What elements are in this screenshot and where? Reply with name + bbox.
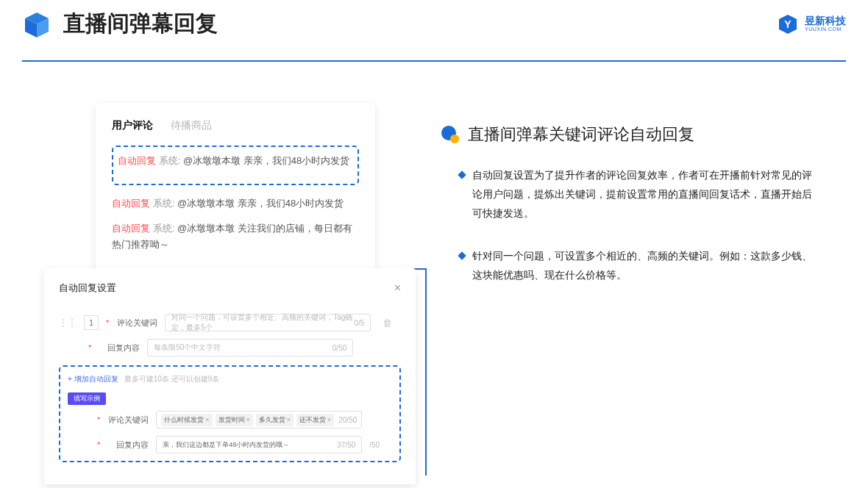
tabs: 用户评论 待播商品 [112, 119, 359, 132]
brand-name-en: YUUXIN.COM [805, 26, 846, 32]
required-star: * [88, 343, 91, 352]
delete-icon[interactable]: 🗑 [383, 317, 392, 329]
modal-title: 自动回复设置 [59, 281, 116, 295]
example-row-keyword: * 评论关键词 什么时候发货× 发货时间× 多久发货× 还不发货× 20/50 [68, 411, 392, 428]
page-title: 直播间弹幕回复 [63, 9, 218, 39]
outer-counter: /50 [369, 441, 380, 449]
brand-name-cn: 昱新科技 [805, 15, 846, 26]
system-label: 系统: [153, 198, 175, 209]
header-divider [22, 60, 846, 62]
example-content-text: 亲，我们这边都是下单48小时内发货的哦～ [163, 440, 289, 450]
cube-icon [22, 10, 51, 39]
bullet-item: 针对同一个问题，可设置多个相近的、高频的关键词。例如：这款多少钱、这块能优惠吗、… [472, 247, 839, 285]
highlighted-reply-box: 自动回复 系统: @冰墩墩本墩 亲亲，我们48小时内发货 [112, 146, 359, 185]
tag-item: 多久发货× [256, 414, 294, 426]
section-title: 直播间弹幕关键词评论自动回复 [468, 123, 694, 146]
brand-logo: Y 昱新科技 YUUXIN.COM [777, 13, 846, 35]
description-area: 直播间弹幕关键词评论自动回复 自动回复设置为了提升作者的评论回复效率，作者可在开… [441, 123, 839, 308]
reply-text: @冰墩墩本墩 亲亲，我们48小时内发货 [177, 198, 344, 209]
index-box: 1 [84, 315, 99, 330]
comments-card: 用户评论 待播商品 自动回复 系统: @冰墩墩本墩 亲亲，我们48小时内发货 自… [96, 103, 375, 280]
form-row-keyword: ⋮⋮ 1 * 评论关键词 对同一个问题，可设置多个相近、高频的关键词，Tag确定… [59, 314, 401, 331]
form-row-content: * 回复内容 每条限50个中文字符 0/50 [59, 339, 401, 356]
mock-area: 用户评论 待播商品 自动回复 系统: @冰墩墩本墩 亲亲，我们48小时内发货 自… [44, 103, 427, 463]
add-hint: 最多可建10条 还可以创建9条 [124, 374, 219, 384]
header-left: 直播间弹幕回复 [22, 9, 218, 39]
auto-reply-badge: 自动回复 [112, 223, 150, 234]
add-auto-reply-link[interactable]: + 增加自动回复 [68, 374, 118, 384]
reply-text: @冰墩墩本墩 亲亲，我们48小时内发货 [183, 155, 349, 166]
drag-handle-icon[interactable]: ⋮⋮ [59, 317, 77, 328]
modal-header: 自动回复设置 × [59, 281, 401, 295]
svg-text:Y: Y [784, 18, 791, 30]
reply-line-1: 自动回复 系统: @冰墩墩本墩 亲亲，我们48小时内发货 [118, 153, 353, 169]
settings-modal: 自动回复设置 × ⋮⋮ 1 * 评论关键词 对同一个问题，可设置多个相近、高频的… [44, 268, 416, 484]
reply-line-3: 自动回复 系统: @冰墩墩本墩 关注我们的店铺，每日都有热门推荐呦～ [112, 220, 359, 253]
tag-item: 还不发货× [296, 414, 334, 426]
auto-reply-badge: 自动回复 [112, 198, 150, 209]
placeholder: 每条限50个中文字符 [154, 342, 221, 353]
required-star: * [106, 318, 109, 327]
example-keyword-input[interactable]: 什么时候发货× 发货时间× 多久发货× 还不发货× 20/50 [156, 411, 362, 428]
label-keyword: 评论关键词 [116, 317, 157, 329]
section-header: 直播间弹幕关键词评论自动回复 [441, 123, 839, 146]
tag-item: 发货时间× [216, 414, 253, 426]
brand-icon: Y [777, 13, 799, 35]
example-row-content: * 回复内容 亲，我们这边都是下单48小时内发货的哦～ 37/50 /50 [68, 436, 392, 453]
connector-v [425, 270, 427, 476]
close-icon[interactable]: × [394, 281, 401, 295]
required-star: * [97, 440, 100, 449]
bullet-dot-icon [441, 126, 459, 143]
add-row: + 增加自动回复 最多可建10条 还可以创建9条 [68, 374, 392, 384]
label-content: 回复内容 [99, 342, 140, 354]
placeholder: 对同一个问题，可设置多个相近、高频的关键词，Tag确定，最多5个 [171, 312, 354, 333]
content-input[interactable]: 每条限50个中文字符 0/50 [147, 339, 353, 356]
example-content-input[interactable]: 亲，我们这边都是下单48小时内发货的哦～ 37/50 [156, 436, 362, 453]
system-label: 系统: [153, 223, 175, 234]
required-star: * [97, 415, 100, 424]
example-box: + 增加自动回复 最多可建10条 还可以创建9条 填写示例 * 评论关键词 什么… [59, 365, 401, 462]
keyword-input[interactable]: 对同一个问题，可设置多个相近、高频的关键词，Tag确定，最多5个 0/5 [165, 314, 371, 331]
reply-line-2: 自动回复 系统: @冰墩墩本墩 亲亲，我们48小时内发货 [112, 195, 359, 212]
label-keyword: 评论关键词 [107, 415, 149, 426]
counter: 37/50 [337, 441, 355, 449]
example-badge: 填写示例 [68, 392, 106, 405]
counter: 0/5 [354, 319, 364, 327]
tab-pending-goods[interactable]: 待播商品 [171, 119, 212, 132]
system-label: 系统: [159, 155, 181, 166]
bullet-item: 自动回复设置为了提升作者的评论回复效率，作者可在开播前针对常见的评论用户问题，提… [472, 166, 839, 223]
brand-text: 昱新科技 YUUXIN.COM [805, 15, 846, 32]
auto-reply-badge: 自动回复 [118, 155, 156, 166]
tab-user-comments[interactable]: 用户评论 [112, 119, 153, 132]
page-header: 直播间弹幕回复 Y 昱新科技 YUUXIN.COM [22, 9, 846, 39]
counter: 20/50 [338, 416, 357, 424]
tag-item: 什么时候发货× [161, 414, 212, 426]
counter: 0/50 [332, 344, 346, 352]
label-content: 回复内容 [107, 439, 149, 451]
tag-group: 什么时候发货× 发货时间× 多久发货× 还不发货× [161, 414, 334, 426]
form-block: ⋮⋮ 1 * 评论关键词 对同一个问题，可设置多个相近、高频的关键词，Tag确定… [59, 314, 401, 462]
bullet-list: 自动回复设置为了提升作者的评论回复效率，作者可在开播前针对常见的评论用户问题，提… [441, 166, 839, 284]
